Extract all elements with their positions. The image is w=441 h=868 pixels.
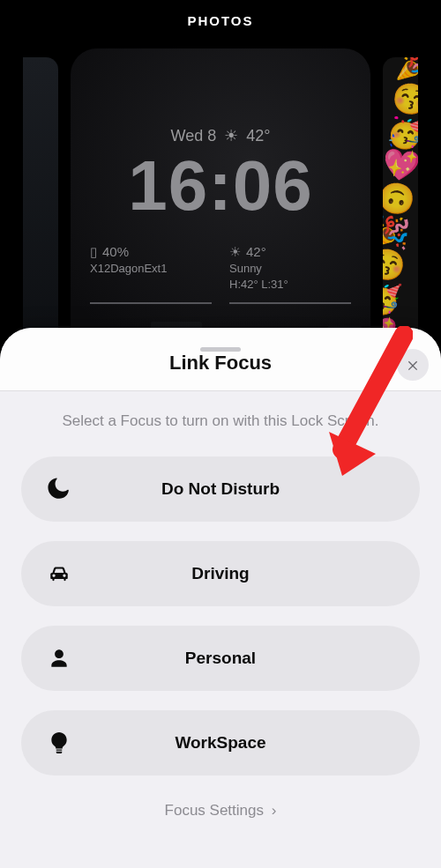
focus-settings-link[interactable]: Focus Settings › <box>21 802 420 820</box>
car-icon <box>46 560 72 587</box>
battery-icon: ▯ <box>90 244 97 259</box>
lockscreen-widgets: ▯40% X12DagonExt1 ☀︎42° Sunny H:42° L:31… <box>90 242 351 304</box>
wallpaper-category-label: PHOTOS <box>0 0 441 41</box>
person-icon <box>46 645 72 671</box>
lockscreen-dateline: Wed 8 ☀︎ 42° <box>71 126 370 145</box>
sun-icon: ☀︎ <box>224 126 238 145</box>
chevron-right-icon: › <box>272 802 277 820</box>
moon-icon <box>46 476 72 502</box>
focus-settings-label: Focus Settings <box>165 802 264 819</box>
lockscreen-date-temp: 42° <box>246 127 270 145</box>
sheet-title: Link Focus <box>0 352 441 375</box>
focus-item-label: Driving <box>21 564 420 583</box>
lockscreen-clock: 16:06 <box>71 145 370 226</box>
focus-item-driving[interactable]: Driving <box>21 541 420 606</box>
battery-percent: 40% <box>102 244 129 259</box>
link-focus-sheet: Link Focus Select a Focus to turn on wit… <box>0 328 441 868</box>
focus-item-personal[interactable]: Personal <box>21 626 420 691</box>
weather-hilo: H:42° L:31° <box>229 277 351 293</box>
lockscreen-date: Wed 8 <box>171 127 217 145</box>
focus-list: Do Not Disturb Driving Personal WorkSpac… <box>21 456 420 775</box>
sheet-header: Link Focus <box>0 328 441 391</box>
focus-item-label: WorkSpace <box>21 733 420 753</box>
close-icon <box>406 358 420 372</box>
focus-item-label: Personal <box>21 649 420 668</box>
weather-temp: 42° <box>246 244 266 259</box>
focus-item-label: Do Not Disturb <box>21 479 420 499</box>
focus-item-workspace[interactable]: WorkSpace <box>21 710 420 775</box>
sheet-body: Select a Focus to turn on with this Lock… <box>0 391 441 820</box>
focus-item-dnd[interactable]: Do Not Disturb <box>21 456 420 522</box>
sheet-subtitle: Select a Focus to turn on with this Lock… <box>21 412 420 430</box>
weather-widget: ☀︎42° Sunny H:42° L:31° <box>229 242 351 304</box>
network-name: X12DagonExt1 <box>90 261 212 277</box>
sun-icon: ☀︎ <box>229 244 241 259</box>
bulb-icon <box>46 730 72 756</box>
wallpaper-category-text: PHOTOS <box>187 13 253 28</box>
weather-cond: Sunny <box>229 261 351 277</box>
close-button[interactable] <box>397 349 429 381</box>
battery-widget: ▯40% X12DagonExt1 <box>90 242 212 304</box>
